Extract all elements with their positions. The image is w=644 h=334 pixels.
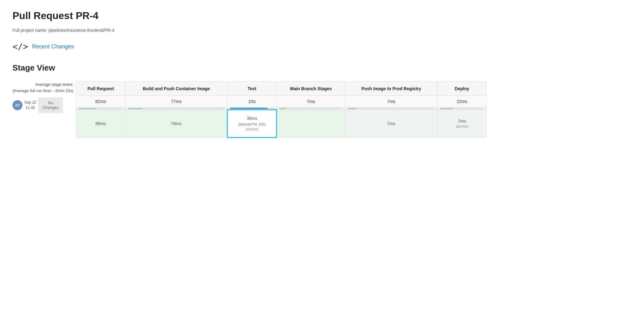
run7-time-4: 7ms	[349, 121, 433, 126]
no-changes-box: NoChanges	[38, 97, 63, 113]
run7-paused-2: (paused for 10s)	[232, 122, 272, 126]
stage-view-wrapper: Average stage times: (Average full run t…	[12, 81, 487, 138]
progress-cell-4	[345, 107, 437, 110]
progress-row	[76, 107, 487, 110]
avg-time-cell-1: 77ms	[125, 96, 227, 107]
progress-cell-5	[437, 107, 487, 110]
avg-time-cell-0: 82ms	[76, 96, 125, 107]
stage-header-1: Build and Push Container Image	[125, 82, 227, 96]
avg-time-cell-5: 22ms	[437, 96, 487, 107]
progress-cell-2	[227, 107, 277, 110]
stage-table: Pull RequestBuild and Push Container Ima…	[76, 81, 487, 138]
run7-cell-0: 99ms	[76, 110, 125, 138]
avg-stage-times-label: Average stage times: (Average full run t…	[12, 81, 73, 94]
run7-cell-5: 7msaborted	[437, 110, 487, 138]
run-date: Sep 12 11:43	[24, 100, 36, 111]
header-row: Pull RequestBuild and Push Container Ima…	[76, 82, 487, 96]
run7-cell-1: 79ms	[125, 110, 227, 138]
run-entry: #7 Sep 12 11:43 NoChanges	[12, 97, 73, 113]
run7-cell-4: 7ms	[345, 110, 437, 138]
run7-aborted-2: aborted	[232, 127, 272, 131]
avg-time-cell-3: 7ms	[277, 96, 345, 107]
run7-time-0: 99ms	[80, 121, 121, 126]
project-name: Full project name: pipelines/insurance-f…	[12, 28, 487, 33]
left-info-panel: Average stage times: (Average full run t…	[12, 81, 76, 113]
progress-cell-0	[76, 107, 125, 110]
stage-header-0: Pull Request	[76, 82, 125, 96]
avg-time-cell-2: 23s	[227, 96, 277, 107]
avg-time-row: 82ms77ms23s7ms7ms22ms	[76, 96, 487, 107]
stage-header-2: Test	[227, 82, 277, 96]
stage-header-4: Push Image to Prod Registry	[345, 82, 437, 96]
run7-cell-2: 38ms(paused for 10s)aborted	[227, 110, 277, 138]
stage-header-3: Main Branch Stages	[277, 82, 345, 96]
page-title: Pull Request PR-4	[12, 10, 487, 22]
progress-cell-3	[277, 107, 345, 110]
run7-time-2: 38ms	[232, 116, 272, 121]
run7-time-1: 79ms	[129, 121, 223, 126]
run7-cell-3	[277, 110, 345, 138]
run7-aborted-5: aborted	[441, 124, 483, 129]
avg-time-cell-4: 7ms	[345, 96, 437, 107]
run7-row: 99ms79ms38ms(paused for 10s)aborted7ms7m…	[76, 110, 487, 138]
progress-cell-1	[125, 107, 227, 110]
run7-time-5: 7ms	[441, 119, 483, 124]
run-badge[interactable]: #7	[12, 100, 22, 110]
stage-header-5: Deploy	[437, 82, 487, 96]
page-container: Pull Request PR-4 Full project name: pip…	[0, 0, 499, 148]
stage-view-title: Stage View	[12, 63, 487, 73]
code-icon: </>	[12, 42, 28, 52]
recent-changes-link[interactable]: Recent Changes	[32, 43, 74, 50]
recent-changes-row: </> Recent Changes	[12, 42, 487, 52]
